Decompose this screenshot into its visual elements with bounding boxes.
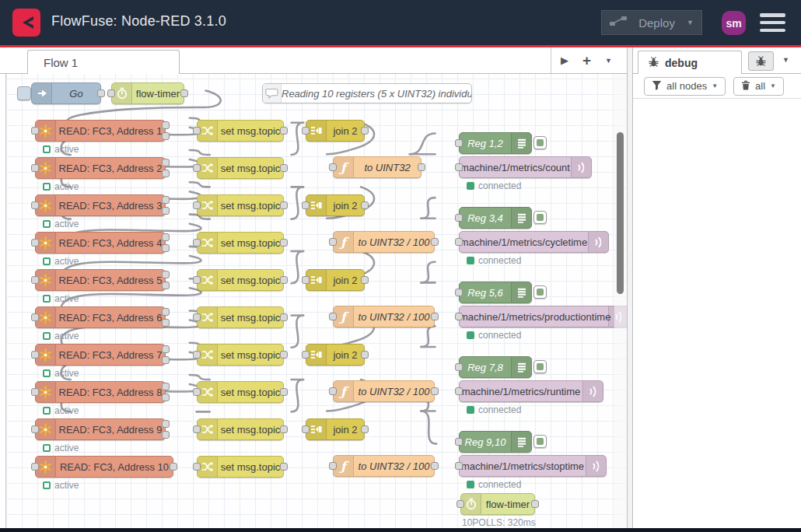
output-port[interactable] (361, 127, 369, 135)
output-port[interactable] (361, 276, 369, 284)
node-read2[interactable]: READ: FC3, Address 2 (35, 157, 166, 179)
input-port[interactable] (31, 164, 39, 172)
main-menu-button[interactable] (760, 13, 785, 32)
input-port[interactable] (31, 388, 39, 396)
input-port[interactable] (31, 201, 39, 209)
inject-button[interactable] (17, 86, 31, 100)
node-set2[interactable]: set msg.topic (197, 157, 284, 179)
node-join2[interactable]: join 2 (306, 194, 365, 216)
debug-messages-panel[interactable] (633, 99, 801, 528)
output-port[interactable] (280, 313, 288, 321)
output-port[interactable] (170, 463, 177, 471)
output-port[interactable] (431, 387, 439, 395)
input-port[interactable] (31, 276, 39, 284)
output-port[interactable] (280, 351, 288, 359)
input-port[interactable] (193, 127, 201, 135)
flow-canvas[interactable]: Goflow-timerReading 10 registers (5 x UI… (0, 74, 627, 528)
debug-toggle-button[interactable] (533, 435, 547, 448)
node-join5[interactable]: join 2 (306, 418, 365, 440)
node-join4[interactable]: join 2 (306, 344, 365, 366)
output-port[interactable] (531, 500, 539, 508)
output-port[interactable] (162, 244, 170, 252)
output-port[interactable] (162, 196, 170, 204)
node-reg3[interactable]: Reg 5,6 (459, 282, 532, 303)
node-mqtt4[interactable]: machine/1/metrics/runtime (459, 380, 603, 402)
node-func5[interactable]: ƒto UINT32 / 100 (333, 455, 435, 477)
node-read4[interactable]: READ: FC3, Address 4 (35, 232, 166, 254)
node-reg5[interactable]: Reg 9,10 (459, 431, 532, 453)
node-timer_bottom[interactable]: flow-timer (460, 493, 535, 515)
node-func3[interactable]: ƒto UINT32 / 100 (333, 306, 435, 327)
node-reg1[interactable]: Reg 1,2 (459, 132, 532, 154)
canvas-scrollbar-thumb[interactable] (617, 132, 624, 294)
node-inject_go[interactable]: Go (31, 82, 101, 104)
input-port[interactable] (107, 89, 115, 97)
node-join3[interactable]: join 2 (306, 269, 365, 291)
debug-clear-button[interactable]: all ▼ (733, 77, 784, 96)
debug-panel-button[interactable] (748, 51, 774, 71)
debug-toggle-button[interactable] (533, 360, 547, 373)
node-set4[interactable]: set msg.topic (197, 232, 284, 254)
output-port[interactable] (431, 462, 439, 470)
input-port[interactable] (455, 462, 463, 470)
node-mqtt5[interactable]: machine/1/metrics/stoptime (459, 455, 607, 477)
run-flow-button[interactable]: ▶ (561, 54, 568, 66)
input-port[interactable] (329, 163, 337, 171)
output-port[interactable] (361, 351, 369, 359)
output-port[interactable] (431, 313, 439, 320)
output-port[interactable] (162, 271, 170, 278)
node-read6[interactable]: READ: FC3, Address 6 (35, 306, 166, 328)
sidebar-divider[interactable] (627, 47, 633, 528)
add-flow-button[interactable]: + (582, 52, 591, 69)
input-port[interactable] (193, 239, 201, 247)
node-reg2[interactable]: Reg 3,4 (459, 207, 532, 229)
node-func4[interactable]: ƒto UINT32 / 100 (333, 380, 435, 402)
node-set3[interactable]: set msg.topic (197, 194, 284, 216)
input-port[interactable] (455, 438, 463, 446)
node-set5[interactable]: set msg.topic (197, 269, 284, 291)
output-port[interactable] (180, 89, 188, 97)
output-port[interactable] (162, 159, 170, 166)
debug-filter-button[interactable]: all nodes ▼ (644, 77, 726, 96)
debug-toggle-button[interactable] (533, 285, 547, 299)
output-port[interactable] (162, 356, 170, 364)
node-read7[interactable]: READ: FC3, Address 7 (35, 344, 166, 366)
node-set8[interactable]: set msg.topic (197, 381, 284, 403)
output-port[interactable] (162, 170, 170, 177)
input-port[interactable] (455, 214, 463, 222)
input-port[interactable] (455, 238, 463, 246)
input-port[interactable] (455, 363, 463, 371)
input-port[interactable] (193, 388, 201, 396)
input-port[interactable] (31, 127, 39, 135)
input-port[interactable] (193, 313, 201, 321)
input-port[interactable] (193, 276, 201, 284)
output-port[interactable] (162, 308, 170, 316)
node-set1[interactable]: set msg.topic (197, 120, 284, 142)
output-port[interactable] (162, 431, 170, 439)
input-port[interactable] (193, 425, 201, 433)
node-read1[interactable]: READ: FC3, Address 1 (35, 120, 166, 142)
input-port[interactable] (302, 425, 310, 433)
input-port[interactable] (455, 163, 463, 171)
output-port[interactable] (361, 201, 369, 209)
input-port[interactable] (31, 239, 39, 247)
input-port[interactable] (302, 351, 310, 359)
node-read9[interactable]: READ: FC3, Address 9 (35, 418, 166, 440)
deploy-caret-icon[interactable]: ▼ (687, 19, 694, 26)
input-port[interactable] (31, 425, 39, 433)
output-port[interactable] (162, 121, 170, 129)
input-port[interactable] (456, 500, 464, 508)
output-port[interactable] (280, 463, 288, 471)
user-avatar[interactable]: sm (722, 11, 746, 35)
input-port[interactable] (329, 462, 337, 470)
output-port[interactable] (431, 238, 439, 246)
input-port[interactable] (329, 313, 337, 320)
node-set10[interactable]: set msg.topic (197, 456, 284, 478)
output-port[interactable] (162, 394, 170, 401)
node-read8[interactable]: READ: FC3, Address 8 (35, 381, 166, 403)
deploy-button[interactable]: Deploy ▼ (601, 10, 702, 35)
output-port[interactable] (280, 201, 288, 209)
input-port[interactable] (193, 351, 201, 359)
output-port[interactable] (280, 276, 288, 284)
input-port[interactable] (302, 276, 310, 284)
